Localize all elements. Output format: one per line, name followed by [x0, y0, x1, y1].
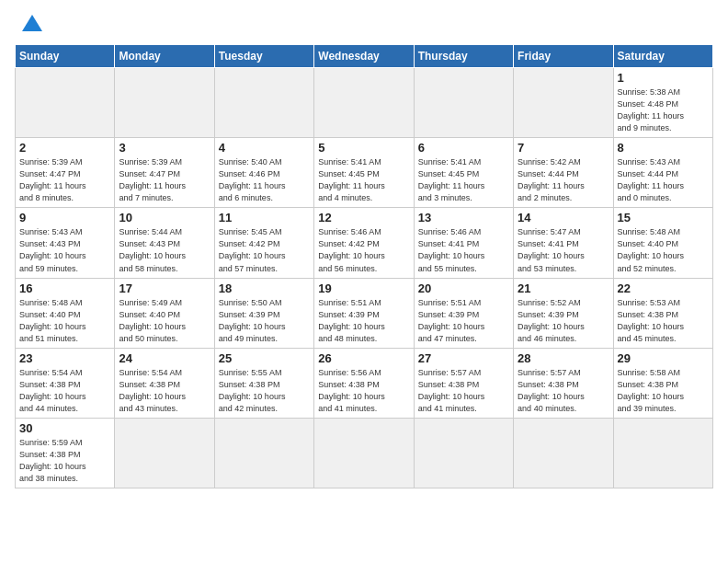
- day-info: Sunrise: 5:38 AM Sunset: 4:48 PM Dayligh…: [618, 86, 709, 134]
- calendar-cell: 6Sunrise: 5:41 AM Sunset: 4:45 PM Daylig…: [414, 138, 513, 208]
- weekday-header: Saturday: [613, 45, 712, 68]
- calendar-cell: 19Sunrise: 5:51 AM Sunset: 4:39 PM Dayli…: [314, 278, 414, 348]
- weekday-header: Wednesday: [314, 45, 414, 68]
- calendar-cell: 2Sunrise: 5:39 AM Sunset: 4:47 PM Daylig…: [16, 138, 115, 208]
- weekday-header: Monday: [115, 45, 214, 68]
- calendar-cell: 12Sunrise: 5:46 AM Sunset: 4:42 PM Dayli…: [314, 208, 414, 278]
- calendar-cell: [115, 68, 214, 138]
- day-info: Sunrise: 5:56 AM Sunset: 4:38 PM Dayligh…: [318, 367, 409, 415]
- calendar-cell: [115, 418, 214, 488]
- day-info: Sunrise: 5:40 AM Sunset: 4:46 PM Dayligh…: [219, 156, 310, 204]
- logo: [15, 11, 42, 37]
- calendar-cell: [414, 68, 513, 138]
- day-number: 18: [219, 282, 310, 295]
- calendar-cell: [514, 418, 613, 488]
- day-number: 26: [318, 351, 409, 365]
- day-info: Sunrise: 5:41 AM Sunset: 4:45 PM Dayligh…: [318, 156, 409, 204]
- calendar-cell: [613, 418, 712, 488]
- day-info: Sunrise: 5:57 AM Sunset: 4:38 PM Dayligh…: [518, 367, 609, 415]
- calendar-week-row: 16Sunrise: 5:48 AM Sunset: 4:40 PM Dayli…: [16, 278, 713, 348]
- calendar-week-row: 2Sunrise: 5:39 AM Sunset: 4:47 PM Daylig…: [16, 138, 713, 208]
- day-number: 2: [19, 141, 110, 155]
- weekday-header: Friday: [514, 45, 613, 68]
- weekday-header: Tuesday: [214, 45, 313, 68]
- header: [15, 11, 713, 37]
- day-info: Sunrise: 5:47 AM Sunset: 4:41 PM Dayligh…: [518, 226, 609, 274]
- day-info: Sunrise: 5:41 AM Sunset: 4:45 PM Dayligh…: [418, 156, 509, 204]
- calendar-cell: [214, 418, 313, 488]
- calendar-cell: 30Sunrise: 5:59 AM Sunset: 4:38 PM Dayli…: [16, 418, 115, 488]
- day-number: 27: [418, 351, 509, 365]
- day-info: Sunrise: 5:39 AM Sunset: 4:47 PM Dayligh…: [119, 156, 210, 204]
- day-number: 14: [518, 211, 609, 224]
- day-number: 6: [418, 141, 509, 155]
- day-number: 5: [318, 141, 409, 155]
- day-number: 30: [19, 421, 110, 435]
- weekday-header: Thursday: [414, 45, 513, 68]
- day-number: 21: [518, 282, 609, 295]
- day-info: Sunrise: 5:48 AM Sunset: 4:40 PM Dayligh…: [618, 226, 709, 274]
- calendar-cell: [214, 68, 313, 138]
- day-info: Sunrise: 5:44 AM Sunset: 4:43 PM Dayligh…: [119, 226, 210, 274]
- calendar-cell: 1Sunrise: 5:38 AM Sunset: 4:48 PM Daylig…: [613, 68, 712, 138]
- calendar-cell: 9Sunrise: 5:43 AM Sunset: 4:43 PM Daylig…: [16, 208, 115, 278]
- day-info: Sunrise: 5:46 AM Sunset: 4:41 PM Dayligh…: [418, 226, 509, 274]
- day-number: 20: [418, 282, 509, 295]
- calendar-cell: 27Sunrise: 5:57 AM Sunset: 4:38 PM Dayli…: [414, 348, 513, 418]
- day-number: 8: [618, 141, 709, 155]
- day-info: Sunrise: 5:43 AM Sunset: 4:44 PM Dayligh…: [618, 156, 709, 204]
- calendar-cell: 20Sunrise: 5:51 AM Sunset: 4:39 PM Dayli…: [414, 278, 513, 348]
- day-number: 22: [618, 282, 709, 295]
- day-info: Sunrise: 5:51 AM Sunset: 4:39 PM Dayligh…: [318, 297, 409, 345]
- day-info: Sunrise: 5:43 AM Sunset: 4:43 PM Dayligh…: [19, 226, 110, 274]
- day-number: 16: [19, 282, 110, 295]
- calendar-cell: 14Sunrise: 5:47 AM Sunset: 4:41 PM Dayli…: [514, 208, 613, 278]
- calendar-week-row: 23Sunrise: 5:54 AM Sunset: 4:38 PM Dayli…: [16, 348, 713, 418]
- calendar-table: SundayMondayTuesdayWednesdayThursdayFrid…: [15, 44, 713, 488]
- day-info: Sunrise: 5:57 AM Sunset: 4:38 PM Dayligh…: [418, 367, 509, 415]
- calendar-cell: 8Sunrise: 5:43 AM Sunset: 4:44 PM Daylig…: [613, 138, 712, 208]
- calendar-cell: [16, 68, 115, 138]
- logo-icon: [22, 13, 42, 33]
- calendar-cell: 11Sunrise: 5:45 AM Sunset: 4:42 PM Dayli…: [214, 208, 313, 278]
- calendar-cell: [514, 68, 613, 138]
- calendar-cell: 13Sunrise: 5:46 AM Sunset: 4:41 PM Dayli…: [414, 208, 513, 278]
- calendar-cell: 4Sunrise: 5:40 AM Sunset: 4:46 PM Daylig…: [214, 138, 313, 208]
- day-info: Sunrise: 5:51 AM Sunset: 4:39 PM Dayligh…: [418, 297, 509, 345]
- day-info: Sunrise: 5:59 AM Sunset: 4:38 PM Dayligh…: [19, 437, 110, 485]
- calendar-cell: 22Sunrise: 5:53 AM Sunset: 4:38 PM Dayli…: [613, 278, 712, 348]
- day-number: 23: [19, 351, 110, 365]
- day-number: 1: [618, 71, 709, 85]
- day-info: Sunrise: 5:53 AM Sunset: 4:38 PM Dayligh…: [618, 297, 709, 345]
- day-info: Sunrise: 5:42 AM Sunset: 4:44 PM Dayligh…: [518, 156, 609, 204]
- day-info: Sunrise: 5:48 AM Sunset: 4:40 PM Dayligh…: [19, 297, 110, 345]
- calendar-cell: 29Sunrise: 5:58 AM Sunset: 4:38 PM Dayli…: [613, 348, 712, 418]
- day-info: Sunrise: 5:50 AM Sunset: 4:39 PM Dayligh…: [219, 297, 310, 345]
- day-number: 13: [418, 211, 509, 224]
- day-number: 7: [518, 141, 609, 155]
- calendar-cell: 7Sunrise: 5:42 AM Sunset: 4:44 PM Daylig…: [514, 138, 613, 208]
- calendar-cell: 26Sunrise: 5:56 AM Sunset: 4:38 PM Dayli…: [314, 348, 414, 418]
- day-info: Sunrise: 5:54 AM Sunset: 4:38 PM Dayligh…: [19, 367, 110, 415]
- day-number: 24: [119, 351, 210, 365]
- calendar-cell: [314, 418, 414, 488]
- calendar-cell: 28Sunrise: 5:57 AM Sunset: 4:38 PM Dayli…: [514, 348, 613, 418]
- day-number: 28: [518, 351, 609, 365]
- calendar-week-row: 30Sunrise: 5:59 AM Sunset: 4:38 PM Dayli…: [16, 418, 713, 488]
- day-number: 10: [119, 211, 210, 224]
- calendar-week-row: 1Sunrise: 5:38 AM Sunset: 4:48 PM Daylig…: [16, 68, 713, 138]
- day-info: Sunrise: 5:49 AM Sunset: 4:40 PM Dayligh…: [119, 297, 210, 345]
- svg-marker-0: [22, 15, 42, 31]
- calendar-cell: 3Sunrise: 5:39 AM Sunset: 4:47 PM Daylig…: [115, 138, 214, 208]
- calendar-cell: 24Sunrise: 5:54 AM Sunset: 4:38 PM Dayli…: [115, 348, 214, 418]
- calendar-cell: 15Sunrise: 5:48 AM Sunset: 4:40 PM Dayli…: [613, 208, 712, 278]
- day-number: 3: [119, 141, 210, 155]
- calendar-cell: 18Sunrise: 5:50 AM Sunset: 4:39 PM Dayli…: [214, 278, 313, 348]
- day-info: Sunrise: 5:52 AM Sunset: 4:39 PM Dayligh…: [518, 297, 609, 345]
- day-number: 12: [318, 211, 409, 224]
- day-number: 25: [219, 351, 310, 365]
- day-info: Sunrise: 5:45 AM Sunset: 4:42 PM Dayligh…: [219, 226, 310, 274]
- day-number: 19: [318, 282, 409, 295]
- calendar-header-row: SundayMondayTuesdayWednesdayThursdayFrid…: [16, 45, 713, 68]
- page: SundayMondayTuesdayWednesdayThursdayFrid…: [0, 0, 728, 563]
